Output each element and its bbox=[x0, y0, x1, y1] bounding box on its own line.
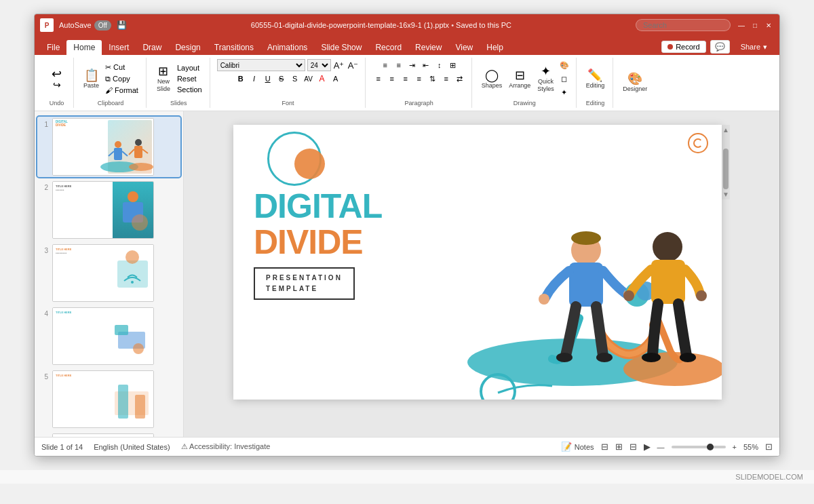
svg-point-12 bbox=[132, 214, 148, 231]
normal-view-button[interactable]: ⊟ bbox=[601, 442, 608, 452]
font-group-label: Font bbox=[282, 100, 294, 106]
slide-thumb-5[interactable]: 5 TITLE HERE bbox=[37, 369, 180, 429]
tab-slideshow[interactable]: Slide Show bbox=[314, 40, 368, 55]
slide-subtitle: PRESENTATION TEMPLATE bbox=[254, 267, 355, 300]
tab-design[interactable]: Design bbox=[168, 40, 207, 55]
tab-insert[interactable]: Insert bbox=[102, 40, 136, 55]
notes-button[interactable]: 📝 Notes bbox=[561, 442, 594, 452]
slide-thumb-3[interactable]: 3 TITLE HERE ●●●●●●●●● bbox=[37, 243, 180, 303]
new-slide-label: New bbox=[157, 78, 170, 85]
slide-num-5: 5 bbox=[40, 373, 48, 381]
shape-effects-button[interactable]: ✦ bbox=[558, 86, 570, 98]
arrange-icon: ⊟ bbox=[515, 69, 525, 81]
slideshow-button[interactable]: ▶ bbox=[644, 442, 651, 452]
editing-icon: ✏️ bbox=[587, 69, 602, 81]
copy-button[interactable]: ⧉ Copy bbox=[103, 74, 140, 84]
font-size-select[interactable]: 24 bbox=[307, 59, 331, 71]
slide-thumb-1[interactable]: 1 DIGITALDIVIDE bbox=[37, 117, 180, 177]
record-dot-icon bbox=[667, 44, 673, 50]
arrange-button[interactable]: ⊟ Arrange bbox=[506, 68, 533, 90]
svg-point-31 bbox=[556, 353, 573, 362]
maximize-button[interactable]: □ bbox=[750, 20, 760, 31]
zoom-in-icon[interactable]: + bbox=[733, 443, 737, 451]
shapes-icon: ◯ bbox=[485, 69, 499, 81]
autosave-toggle[interactable]: Off bbox=[94, 20, 111, 31]
scrollbar-thumb-v[interactable] bbox=[723, 149, 729, 189]
tab-help[interactable]: Help bbox=[480, 40, 510, 55]
zoom-slider[interactable] bbox=[672, 446, 726, 448]
fit-slide-button[interactable]: ⊡ bbox=[765, 442, 773, 452]
tab-home[interactable]: Home bbox=[66, 40, 102, 55]
tab-draw[interactable]: Draw bbox=[136, 40, 168, 55]
align-text-button[interactable]: ≡ bbox=[440, 73, 452, 85]
undo-button[interactable]: ↩ ↪ bbox=[47, 66, 67, 91]
format-painter-button[interactable]: 🖌 Format bbox=[103, 85, 140, 95]
window-controls: — □ ✕ bbox=[736, 20, 774, 31]
editing-button[interactable]: ✏️ Editing bbox=[583, 68, 608, 90]
record-button[interactable]: Record bbox=[661, 41, 705, 53]
highlight-button[interactable]: A bbox=[330, 73, 342, 85]
underline-button[interactable]: U bbox=[262, 73, 274, 85]
font-color-button[interactable]: A bbox=[316, 73, 328, 85]
slide-canvas[interactable]: DIGITAL DIVIDE PRESENTATION TEMPLATE bbox=[233, 125, 722, 400]
paste-button[interactable]: 📋 Paste bbox=[81, 68, 102, 90]
numbering-button[interactable]: ≡ bbox=[393, 59, 405, 71]
quick-styles-button[interactable]: ✦ Quick Styles bbox=[535, 64, 557, 94]
save-icon[interactable]: 💾 bbox=[117, 20, 127, 30]
text-direction-button[interactable]: ⇅ bbox=[427, 73, 439, 85]
font-family-select[interactable]: Calibri bbox=[217, 59, 305, 71]
comment-button[interactable]: 💬 bbox=[710, 40, 730, 54]
designer-button[interactable]: 🎨 Designer bbox=[620, 71, 650, 94]
tab-record[interactable]: Record bbox=[368, 40, 408, 55]
close-button[interactable]: ✕ bbox=[763, 20, 774, 31]
app-logo: P bbox=[40, 18, 54, 32]
reading-view-button[interactable]: ⊟ bbox=[629, 442, 637, 452]
shape-outline-button[interactable]: ◻ bbox=[558, 73, 570, 85]
align-left-button[interactable]: ≡ bbox=[372, 73, 385, 85]
indent-button[interactable]: ⇥ bbox=[406, 59, 419, 71]
layout-button[interactable]: Layout bbox=[175, 63, 204, 73]
tab-view[interactable]: View bbox=[448, 40, 480, 55]
slide-sorter-button[interactable]: ⊞ bbox=[615, 442, 623, 452]
spacing-button[interactable]: AV bbox=[303, 73, 315, 85]
shapes-button[interactable]: ◯ Shapes bbox=[479, 68, 505, 90]
minimize-button[interactable]: — bbox=[736, 20, 747, 31]
smartart-button[interactable]: ⇄ bbox=[454, 73, 466, 85]
vertical-scrollbar[interactable]: ▲ ▼ bbox=[722, 125, 730, 199]
tab-file[interactable]: File bbox=[40, 40, 66, 55]
slide-thumb-6[interactable]: 6 TITLE HERE bbox=[37, 432, 180, 437]
slide-thumb-4[interactable]: 4 TITLE HERE bbox=[37, 306, 180, 366]
bullets-button[interactable]: ≡ bbox=[379, 59, 391, 71]
paragraph-group-label: Paragraph bbox=[405, 100, 433, 106]
reset-button[interactable]: Reset bbox=[175, 74, 204, 83]
slide-thumb-2[interactable]: 2 TITLE HERE●●●●●●● bbox=[37, 180, 180, 240]
slide-num-1: 1 bbox=[40, 121, 48, 128]
increase-font-button[interactable]: A⁺ bbox=[333, 59, 345, 71]
spacing-para-button[interactable]: ↕ bbox=[433, 59, 446, 71]
shadow-button[interactable]: S bbox=[289, 73, 301, 85]
svg-point-18 bbox=[133, 343, 144, 354]
align-right-button[interactable]: ≡ bbox=[400, 73, 412, 85]
columns-button[interactable]: ⊞ bbox=[447, 59, 459, 71]
new-slide-button[interactable]: ⊞ New Slide bbox=[153, 64, 174, 94]
ribbon-content: ↩ ↪ Undo 📋 Paste ✂ Cut ⧉ Copy 🖌 Format C… bbox=[35, 55, 779, 111]
tab-review[interactable]: Review bbox=[408, 40, 448, 55]
main-area: 1 DIGITALDIVIDE bbox=[35, 111, 779, 437]
tab-animations[interactable]: Animations bbox=[260, 40, 314, 55]
bold-button[interactable]: B bbox=[235, 73, 247, 85]
share-button[interactable]: Share ▾ bbox=[734, 41, 774, 54]
section-button[interactable]: Section bbox=[175, 85, 204, 94]
cut-button[interactable]: ✂ Cut bbox=[103, 62, 140, 73]
align-center-button[interactable]: ≡ bbox=[386, 73, 398, 85]
search-input[interactable] bbox=[636, 19, 731, 31]
svg-rect-3 bbox=[114, 148, 122, 160]
tab-transitions[interactable]: Transitions bbox=[208, 40, 260, 55]
strikethrough-button[interactable]: S bbox=[275, 73, 288, 85]
decrease-font-button[interactable]: A⁻ bbox=[347, 59, 360, 71]
accessibility-indicator[interactable]: ⚠ Accessibility: Investigate bbox=[181, 442, 271, 451]
decrease-indent-button[interactable]: ⇤ bbox=[420, 59, 432, 71]
justify-button[interactable]: ≡ bbox=[413, 73, 425, 85]
shape-fill-button[interactable]: 🎨 bbox=[558, 59, 570, 71]
italic-button[interactable]: I bbox=[248, 73, 260, 85]
zoom-out-icon[interactable]: — bbox=[657, 443, 665, 451]
